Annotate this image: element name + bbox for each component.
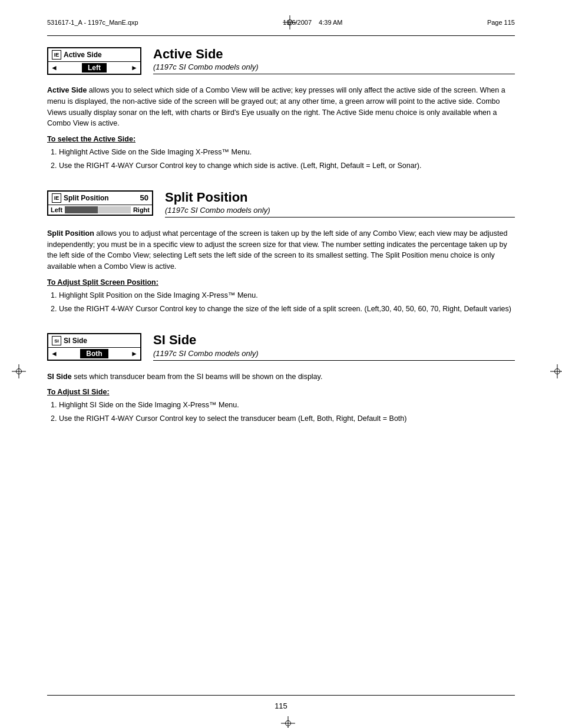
si-side-value: Both [80, 349, 108, 358]
si-side-title-area: SI Side (1197c SI Combo models only) [153, 333, 515, 365]
active-side-subheading: To select the Active Side: [47, 135, 515, 143]
split-right-label: Right [133, 206, 150, 213]
file-info: 531617-1_A - 1197c_ManE.qxp [47, 19, 138, 26]
split-step-2: Use the RIGHT 4-WAY Cursor Control key t… [59, 304, 515, 315]
si-side-widget: SI SI Side ◄ Both ► [47, 333, 141, 362]
split-position-body: Split Position allows you to adjust what… [47, 228, 515, 272]
active-side-widget: IE Active Side ◄ Left ► [47, 47, 141, 76]
active-side-heading: IE Active Side ◄ Left ► Active Side (119… [47, 47, 515, 79]
split-position-title: Split Position [165, 190, 515, 205]
split-position-steps: Highlight Split Position on the Side Ima… [59, 290, 515, 315]
active-side-steps: Highlight Active Side on the Side Imagin… [59, 147, 515, 172]
page-footer: 115 [0, 701, 562, 710]
si-widget-icon: SI [52, 336, 61, 345]
split-position-heading: IE Split Position 50 Left Right [47, 190, 515, 222]
split-title-left: IE Split Position [52, 193, 109, 203]
print-header: 531617-1_A - 1197c_ManE.qxp 11/6/2007 4:… [47, 19, 515, 26]
split-position-subtitle: (1197c SI Combo models only) [165, 206, 515, 215]
widget-title: Active Side [64, 51, 102, 59]
widget-icon: IE [52, 50, 61, 60]
active-side-title: Active Side [153, 47, 515, 61]
section-active-side: IE Active Side ◄ Left ► Active Side (119… [47, 47, 515, 172]
split-bar-fill [65, 206, 98, 213]
si-side-title: SI Side [153, 333, 515, 347]
active-side-subtitle: (1197c SI Combo models only) [153, 62, 515, 71]
si-side-body: SI Side sets which transducer beam from … [47, 371, 515, 383]
split-position-widget: IE Split Position 50 Left Right [47, 190, 153, 217]
header-center: 11/6/2007 4:39 AM [283, 19, 342, 26]
split-value-row: Left Right [48, 205, 152, 215]
si-right-arrow: ► [131, 350, 138, 358]
reg-mark-top [283, 15, 297, 29]
split-icon: IE [52, 193, 61, 203]
active-side-title-area: Active Side (1197c SI Combo models only) [153, 47, 515, 79]
split-menu-widget: IE Split Position 50 Left Right [47, 190, 153, 216]
active-side-body: Active Side allows you to select which s… [47, 85, 515, 129]
si-widget-title: SI Side [64, 337, 87, 345]
active-side-value: Left [82, 63, 107, 73]
si-step-1: Highlight SI Side on the Side Imaging X-… [59, 400, 515, 411]
si-left-arrow: ◄ [51, 350, 58, 358]
content-area: IE Active Side ◄ Left ► Active Side (119… [0, 0, 562, 467]
split-left-label: Left [51, 206, 62, 213]
active-side-divider [153, 74, 515, 74]
si-side-steps: Highlight SI Side on the Side Imaging X-… [59, 400, 515, 424]
split-position-subheading: To Adjust Split Screen Position: [47, 278, 515, 286]
split-title-row: IE Split Position 50 [48, 192, 152, 205]
split-bar [65, 206, 131, 213]
split-position-divider [165, 217, 515, 218]
widget-value-row: ◄ Left ► [48, 62, 140, 74]
section-si-side: SI SI Side ◄ Both ► SI Side (1197c SI Co… [47, 333, 515, 424]
split-step-1: Highlight Split Position on the Side Ima… [59, 290, 515, 301]
split-widget-title: Split Position [64, 194, 109, 202]
si-widget-value-row: ◄ Both ► [48, 348, 140, 360]
right-arrow: ► [131, 64, 138, 72]
si-side-subheading: To Adjust SI Side: [47, 388, 515, 396]
si-step-2: Use the RIGHT 4-WAY Cursor Control key t… [59, 413, 515, 424]
print-time: 4:39 AM [319, 19, 342, 26]
active-side-step-1: Highlight Active Side on the Side Imagin… [59, 147, 515, 158]
page-container: 531617-1_A - 1197c_ManE.qxp 11/6/2007 4:… [0, 0, 562, 728]
widget-title-row: IE Active Side [48, 48, 140, 62]
si-side-subtitle: (1197c SI Combo models only) [153, 349, 515, 358]
active-side-step-2: Use the RIGHT 4-WAY Cursor Control key t… [59, 160, 515, 172]
top-border [47, 35, 515, 36]
si-widget-title-row: SI SI Side [48, 334, 140, 348]
split-title-area: Split Position (1197c SI Combo models on… [165, 190, 515, 222]
print-page: Page 115 [487, 19, 515, 26]
si-side-menu-widget: SI SI Side ◄ Both ► [47, 333, 141, 361]
page-number: 115 [0, 701, 562, 710]
si-side-heading: SI SI Side ◄ Both ► SI Side (1197c SI Co… [47, 333, 515, 365]
active-side-menu-widget: IE Active Side ◄ Left ► [47, 47, 141, 75]
si-side-divider [153, 360, 515, 361]
section-split-position: IE Split Position 50 Left Right [47, 190, 515, 315]
split-number: 50 [140, 193, 148, 202]
left-arrow: ◄ [51, 64, 58, 72]
bottom-border [47, 695, 515, 696]
